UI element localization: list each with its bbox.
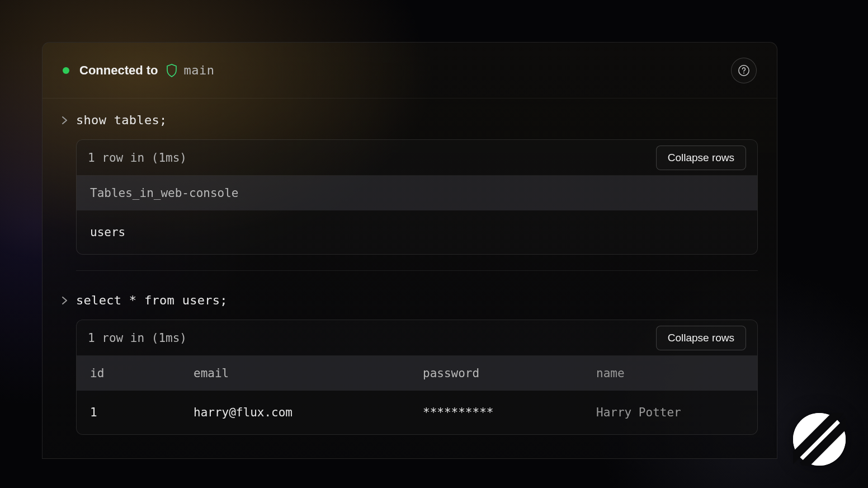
help-icon	[738, 64, 750, 77]
console-content: show tables; 1 row in (1ms) Collapse row…	[43, 98, 777, 435]
query-line[interactable]: select * from users;	[62, 293, 758, 307]
query-text: show tables;	[76, 113, 167, 127]
column-header-password: password	[423, 367, 596, 380]
help-button[interactable]	[731, 58, 757, 83]
result-header: 1 row in (1ms) Collapse rows	[77, 320, 757, 356]
brand-logo[interactable]	[793, 413, 846, 466]
result-header: 1 row in (1ms) Collapse rows	[77, 140, 757, 176]
column-header-name: name	[596, 367, 744, 380]
result-block: 1 row in (1ms) Collapse rows Tables_in_w…	[76, 139, 758, 255]
table-row: users	[77, 210, 757, 254]
table-cell-email: harry@flux.com	[194, 406, 423, 419]
result-summary: 1 row in (1ms)	[88, 331, 187, 345]
result-block: 1 row in (1ms) Collapse rows id email pa…	[76, 320, 758, 435]
table-row: 1 harry@flux.com ********** Harry Potter	[77, 391, 757, 434]
table-cell: users	[90, 226, 744, 239]
brand-logo-icon	[793, 413, 846, 466]
query-text: select * from users;	[76, 293, 228, 307]
column-header-id: id	[90, 367, 194, 380]
topbar: Connected to main	[43, 43, 777, 98]
chevron-right-icon	[62, 296, 68, 305]
column-header: Tables_in_web-console	[90, 186, 744, 200]
table-header-row: id email password name	[77, 356, 757, 391]
table-header-row: Tables_in_web-console	[77, 176, 757, 210]
table-cell-id: 1	[90, 406, 194, 419]
console-panel: Connected to main show tables; 1 row i	[42, 42, 777, 459]
svg-point-1	[743, 72, 744, 73]
table-cell-name: Harry Potter	[596, 406, 744, 419]
table-cell-password: **********	[423, 406, 596, 419]
column-header-email: email	[194, 367, 423, 380]
collapse-rows-button[interactable]: Collapse rows	[656, 326, 746, 350]
connection-status-label: Connected to	[79, 63, 158, 78]
collapse-rows-button[interactable]: Collapse rows	[656, 146, 746, 170]
divider	[76, 270, 758, 271]
status-dot	[63, 67, 69, 74]
svg-point-2	[793, 413, 846, 466]
branch-name: main	[184, 63, 215, 77]
result-summary: 1 row in (1ms)	[88, 151, 187, 165]
shield-icon	[166, 64, 177, 77]
chevron-right-icon	[62, 116, 68, 125]
query-line[interactable]: show tables;	[62, 113, 758, 127]
